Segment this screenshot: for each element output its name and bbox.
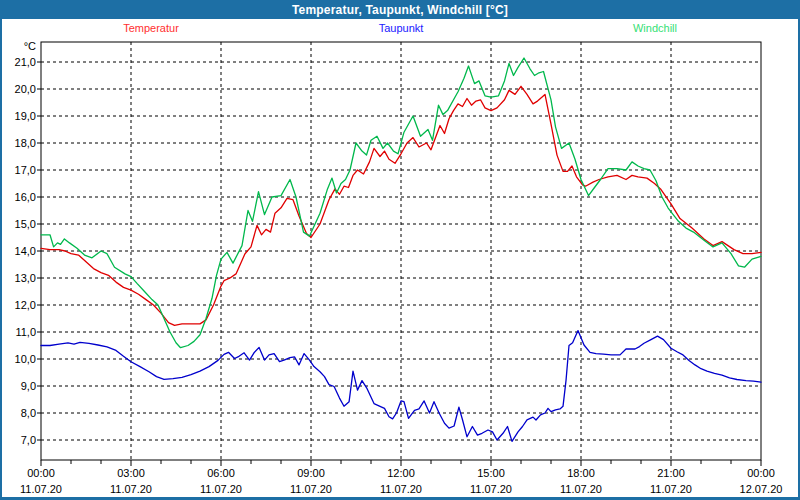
- window-title: Temperatur, Taupunkt, Windchill [°C]: [292, 3, 508, 17]
- x-tick-time: 12:00: [387, 467, 415, 479]
- y-tick-label: 14,0: [15, 245, 36, 257]
- legend-item-windchill: Windchill: [633, 22, 677, 34]
- y-tick-label: 18,0: [15, 137, 36, 149]
- y-tick-label: 13,0: [15, 272, 36, 284]
- titlebar: Temperatur, Taupunkt, Windchill [°C]: [0, 0, 800, 19]
- x-tick-time: 03:00: [117, 467, 145, 479]
- x-tick-time: 06:00: [207, 467, 235, 479]
- y-tick-label: 10,0: [15, 353, 36, 365]
- chart-plot: 21,020,019,018,017,016,015,014,013,012,0…: [0, 0, 800, 500]
- chart-window: 21,020,019,018,017,016,015,014,013,012,0…: [0, 0, 800, 500]
- y-tick-label: 15,0: [15, 218, 36, 230]
- y-tick-label: 7,0: [21, 434, 36, 446]
- y-axis-unit: °C: [24, 40, 36, 52]
- x-tick-date: 11.07.20: [560, 483, 602, 495]
- legend-item-taupunkt: Taupunkt: [379, 22, 424, 34]
- x-tick-time: 00:00: [747, 467, 775, 479]
- legend: Temperatur Taupunkt Windchill: [0, 22, 800, 38]
- x-tick-date: 11.07.20: [380, 483, 422, 495]
- x-tick-date: 11.07.20: [290, 483, 332, 495]
- x-tick-time: 18:00: [567, 467, 595, 479]
- y-tick-label: 12,0: [15, 299, 36, 311]
- x-tick-date: 12.07.20: [740, 483, 783, 495]
- x-tick-time: 21:00: [657, 467, 685, 479]
- y-tick-label: 17,0: [15, 164, 36, 176]
- x-tick-time: 15:00: [477, 467, 505, 479]
- window-border-left: [0, 0, 2, 500]
- x-tick-date: 11.07.20: [110, 483, 152, 495]
- y-tick-label: 20,0: [15, 83, 36, 95]
- y-tick-label: 9,0: [21, 380, 36, 392]
- y-tick-label: 21,0: [15, 56, 36, 68]
- x-tick-date: 11.07.20: [650, 483, 692, 495]
- x-tick-time: 09:00: [297, 467, 325, 479]
- x-tick-date: 11.07.20: [20, 483, 62, 495]
- legend-item-temperatur: Temperatur: [123, 22, 179, 34]
- y-tick-label: 8,0: [21, 407, 36, 419]
- y-tick-label: 19,0: [15, 110, 36, 122]
- x-tick-date: 11.07.20: [470, 483, 512, 495]
- x-tick-time: 00:00: [27, 467, 55, 479]
- y-tick-label: 16,0: [15, 191, 36, 203]
- x-tick-date: 11.07.20: [200, 483, 242, 495]
- y-tick-label: 11,0: [15, 326, 36, 338]
